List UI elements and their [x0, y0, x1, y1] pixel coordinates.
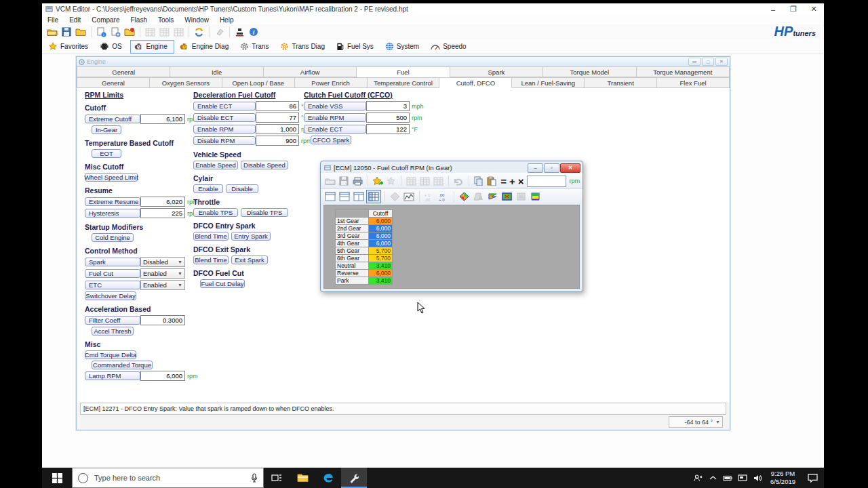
operator-multiply-button[interactable]: ×: [518, 176, 524, 186]
button-enable[interactable]: Enable: [193, 184, 223, 193]
nav-tab-os[interactable]: OS: [96, 40, 128, 54]
button-accel-thresh[interactable]: Accel Thresh: [92, 327, 134, 336]
cell-2nd-gear[interactable]: 6,000: [369, 225, 393, 232]
dropdown-spark[interactable]: Disabled▼: [140, 257, 185, 267]
menu-tools[interactable]: Tools: [158, 16, 174, 24]
nav-tab-engine-diag[interactable]: !Engine Diag: [176, 40, 235, 54]
tab-airflow[interactable]: Airflow: [264, 66, 357, 77]
param-button-fuel-cut[interactable]: Fuel Cut: [85, 269, 140, 278]
menu-edit[interactable]: Edit: [69, 16, 81, 24]
param-value-hysteresis[interactable]: 225: [140, 208, 185, 218]
param-button-enable-ect[interactable]: Enable ECT: [304, 125, 366, 134]
param-button-hysteresis[interactable]: Hysteresis: [85, 209, 140, 218]
subtab-oxygen-sensors[interactable]: Oxygen Sensors: [150, 77, 222, 88]
people-icon[interactable]: [690, 468, 705, 488]
subtab-transient[interactable]: Transient: [585, 77, 657, 88]
pane-hsplit-icon[interactable]: [338, 190, 351, 203]
decimal-increase-icon[interactable]: .00+.0: [437, 190, 450, 203]
engine-maximize-button[interactable]: □: [702, 58, 714, 66]
search-input[interactable]: Type here to search: [72, 468, 264, 488]
tab-fuel[interactable]: Fuel: [357, 66, 450, 77]
colormap-diamond-icon[interactable]: [457, 190, 471, 203]
subtab-power-enrich[interactable]: Power Enrich: [295, 77, 368, 88]
engine-window-titlebar[interactable]: Engine ▭ □ ✕: [77, 57, 730, 66]
subtab-lean-fuel-saving[interactable]: Lean / Fuel-Saving: [512, 77, 585, 88]
chart-line-icon[interactable]: [402, 190, 416, 203]
print-icon[interactable]: [351, 175, 364, 187]
button-eot[interactable]: EOT: [92, 149, 121, 158]
param-button-spark[interactable]: Spark: [85, 258, 140, 266]
menu-help[interactable]: Help: [220, 16, 234, 24]
tab-spark[interactable]: Spark: [450, 66, 543, 77]
button-enable-tps[interactable]: Enable TPS: [193, 208, 238, 217]
nav-tab-trans-diag[interactable]: Trans Diag: [277, 40, 332, 54]
button-exit-spark[interactable]: Exit Spark: [231, 256, 268, 264]
param-button-filter-coeff[interactable]: Filter Coeff: [85, 316, 140, 325]
vcm-editor-icon[interactable]: [341, 468, 367, 488]
button-wheel-speed-limit[interactable]: Wheel Speed Limit: [85, 173, 138, 182]
volume-icon[interactable]: [750, 468, 765, 488]
button-cfco-spark[interactable]: CFCO Spark: [311, 136, 351, 144]
menu-file[interactable]: File: [47, 16, 58, 24]
read-vehicle-alt-icon[interactable]: [108, 26, 122, 38]
cell-4th-gear[interactable]: 6,000: [369, 240, 393, 247]
write-vehicle-icon[interactable]: [123, 26, 136, 38]
param-value-enable-ect[interactable]: 86: [256, 101, 299, 111]
button-cold-engine[interactable]: Cold Engine: [92, 233, 134, 242]
operator-plus-button[interactable]: +: [509, 176, 515, 186]
open-folder-icon[interactable]: [74, 26, 87, 38]
display-icon[interactable]: [735, 468, 750, 488]
param-value-extreme-cutoff[interactable]: 6,100: [140, 114, 185, 124]
chevron-up-icon[interactable]: [705, 468, 720, 488]
cell-5th-gear[interactable]: 5,700: [369, 247, 393, 255]
menu-window[interactable]: Window: [184, 16, 209, 24]
subtab-general[interactable]: General: [77, 77, 150, 88]
copy-icon[interactable]: [472, 175, 485, 187]
star-add-icon[interactable]: [371, 175, 384, 187]
button-disable-tps[interactable]: Disable TPS: [241, 208, 288, 217]
param-button-extreme-resume[interactable]: Extreme Resume: [85, 197, 140, 206]
edge-icon[interactable]: [315, 468, 341, 488]
colormap-flag-icon[interactable]: [528, 190, 542, 203]
button-entry-spark[interactable]: Entry Spark: [231, 232, 271, 241]
cutoff-close-button[interactable]: ✕: [560, 163, 580, 173]
action-center-icon[interactable]: [801, 468, 824, 488]
cell-6th-gear[interactable]: 5,700: [369, 255, 393, 262]
param-button-lamp-rpm[interactable]: Lamp RPM: [85, 371, 140, 380]
button-disable-speed[interactable]: Disable Speed: [241, 161, 288, 169]
cell-1st-gear[interactable]: 6,000: [369, 218, 393, 225]
cell-neutral[interactable]: 3,410: [369, 262, 393, 270]
button-enable-speed[interactable]: Enable Speed: [193, 161, 238, 169]
operator-equals-button[interactable]: =: [500, 176, 507, 186]
button-blend-time[interactable]: Blend Time: [193, 256, 229, 264]
param-value-enable-vss[interactable]: 3: [366, 101, 410, 111]
colormap-x-icon[interactable]: [500, 190, 513, 203]
button-in-gear[interactable]: In-Gear: [92, 125, 121, 134]
cutoff-maximize-button[interactable]: ▫: [544, 163, 559, 173]
dropdown-etc[interactable]: Enabled▼: [140, 280, 185, 290]
cell-reverse[interactable]: 6,000: [369, 270, 393, 277]
nav-tab-fuel-sys[interactable]: Fuel Sys: [333, 40, 380, 54]
nav-tab-trans[interactable]: Trans: [237, 40, 275, 54]
stamp-icon[interactable]: [233, 26, 246, 38]
menu-compare[interactable]: Compare: [92, 16, 119, 24]
cell-park[interactable]: 3,410: [369, 277, 393, 285]
save-file-icon[interactable]: [60, 26, 73, 38]
button-blend-time[interactable]: Blend Time: [193, 232, 229, 241]
nav-tab-engine[interactable]: Engine: [130, 40, 174, 54]
tab-idle[interactable]: Idle: [170, 66, 263, 77]
close-button[interactable]: ✕: [804, 3, 824, 15]
param-value-enable-rpm[interactable]: 500: [366, 113, 410, 123]
cutoff-minimize-button[interactable]: –: [528, 163, 543, 173]
open-file-icon[interactable]: [45, 26, 59, 38]
button-disable[interactable]: Disable: [226, 184, 258, 193]
tab-general[interactable]: General: [77, 66, 170, 77]
start-button[interactable]: [42, 468, 72, 488]
param-value-filter-coeff[interactable]: 0.3000: [140, 315, 185, 325]
subtab-open-loop-base[interactable]: Open Loop / Base: [222, 77, 295, 88]
param-button-enable-rpm[interactable]: Enable RPM: [304, 113, 366, 122]
param-value-enable-ect[interactable]: 122: [366, 124, 410, 134]
button-commanded-torque[interactable]: Commanded Torque: [92, 361, 153, 369]
dropdown-fuel-cut[interactable]: Enabled▼: [140, 268, 185, 279]
subtab-flex-fuel[interactable]: Flex Fuel: [657, 77, 730, 88]
